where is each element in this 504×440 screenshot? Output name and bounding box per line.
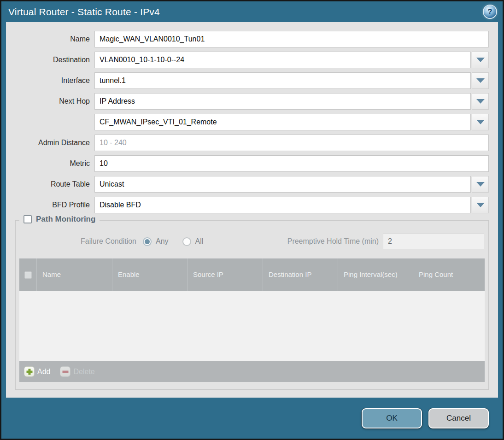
add-button[interactable]: Add: [24, 367, 50, 376]
radio-any: Any: [143, 237, 169, 246]
row-metric: Metric: [6, 155, 489, 172]
failure-condition-label: Failure Condition: [16, 237, 143, 246]
col-ping-count-header: Ping Count: [413, 258, 485, 291]
dialog-title: Virtual Router - Static Route - IPv4: [8, 6, 160, 18]
help-icon[interactable]: ?: [484, 6, 496, 18]
path-monitoring-legend: Path Monitoring: [19, 215, 100, 224]
row-destination: Destination: [6, 52, 489, 68]
minus-icon: [60, 367, 70, 376]
preemptive-hold-time-input: [383, 234, 484, 249]
dialog-body: Name Destination Interface: [6, 22, 498, 398]
path-monitoring-group: Path Monitoring Failure Condition Any Al…: [15, 220, 489, 390]
col-source-ip-header: Source IP: [188, 258, 263, 291]
row-interface: Interface: [6, 72, 489, 89]
chevron-down-icon: [476, 78, 485, 83]
chevron-down-icon: [476, 99, 485, 104]
delete-button-label: Delete: [73, 368, 94, 376]
route-table-input[interactable]: [94, 176, 471, 193]
row-next-hop: Next Hop: [6, 93, 489, 110]
col-enable-header: Enable: [112, 258, 188, 291]
add-button-label: Add: [37, 368, 50, 376]
interface-label: Interface: [6, 76, 94, 85]
path-monitoring-title: Path Monitoring: [36, 215, 95, 224]
next-hop-address-dropdown-button[interactable]: [472, 114, 489, 130]
ok-button[interactable]: OK: [362, 408, 422, 428]
radio-any-button: [143, 237, 152, 246]
chevron-down-icon: [476, 120, 485, 124]
chevron-down-icon: [476, 58, 485, 62]
plus-icon: [24, 367, 34, 376]
interface-dropdown-button[interactable]: [472, 72, 489, 89]
path-monitoring-checkbox[interactable]: [23, 215, 32, 223]
route-table-label: Route Table: [6, 180, 94, 188]
name-input[interactable]: [94, 31, 489, 47]
next-hop-type-input[interactable]: [94, 93, 471, 110]
row-admin-distance: Admin Distance: [6, 135, 489, 151]
titlebar: Virtual Router - Static Route - IPv4 ?: [1, 1, 503, 22]
admin-distance-label: Admin Distance: [6, 139, 94, 147]
select-all-checkbox: [24, 271, 32, 279]
select-all-checkbox-cell: [19, 258, 37, 291]
row-bfd-profile: BFD Profile: [6, 197, 489, 213]
metric-label: Metric: [6, 159, 94, 168]
radio-all: All: [182, 237, 204, 246]
dialog-footer: OK Cancel: [1, 398, 503, 439]
radio-all-label: All: [195, 237, 204, 246]
destination-dropdown-button[interactable]: [472, 52, 489, 68]
col-destination-ip-header: Destination IP: [263, 258, 338, 291]
cancel-button[interactable]: Cancel: [428, 408, 489, 428]
delete-button: Delete: [60, 367, 94, 376]
static-route-dialog: Virtual Router - Static Route - IPv4 ? N…: [0, 0, 504, 440]
table-body-empty: [19, 291, 485, 361]
next-hop-dropdown-button[interactable]: [472, 93, 489, 110]
next-hop-label: Next Hop: [6, 97, 94, 106]
bfd-profile-input[interactable]: [94, 197, 471, 213]
preemptive-hold-time-label: Preemptive Hold Time (min): [287, 237, 383, 246]
col-name-header: Name: [37, 258, 112, 291]
table-header-row: Name Enable Source IP Destination IP Pin…: [19, 258, 485, 291]
interface-input[interactable]: [94, 72, 471, 89]
path-monitoring-table: Name Enable Source IP Destination IP Pin…: [19, 258, 485, 382]
radio-any-label: Any: [156, 237, 169, 246]
bfd-profile-label: BFD Profile: [6, 201, 94, 209]
row-name: Name: [6, 31, 489, 47]
route-table-dropdown-button[interactable]: [472, 176, 489, 193]
name-label: Name: [6, 35, 94, 43]
metric-input[interactable]: [94, 155, 489, 172]
row-next-hop-address: [6, 114, 489, 130]
bfd-profile-dropdown-button[interactable]: [472, 197, 489, 213]
destination-input[interactable]: [94, 52, 471, 68]
chevron-down-icon: [476, 182, 485, 187]
next-hop-address-input[interactable]: [94, 114, 471, 130]
chevron-down-icon: [476, 203, 485, 207]
col-ping-interval-header: Ping Interval(sec): [338, 258, 413, 291]
destination-label: Destination: [6, 56, 94, 64]
row-route-table: Route Table: [6, 176, 489, 193]
radio-all-button: [182, 237, 191, 246]
table-toolbar: Add Delete: [19, 361, 485, 382]
failure-condition-row: Failure Condition Any All Preemptive Hol…: [16, 233, 488, 250]
admin-distance-input[interactable]: [94, 135, 489, 151]
